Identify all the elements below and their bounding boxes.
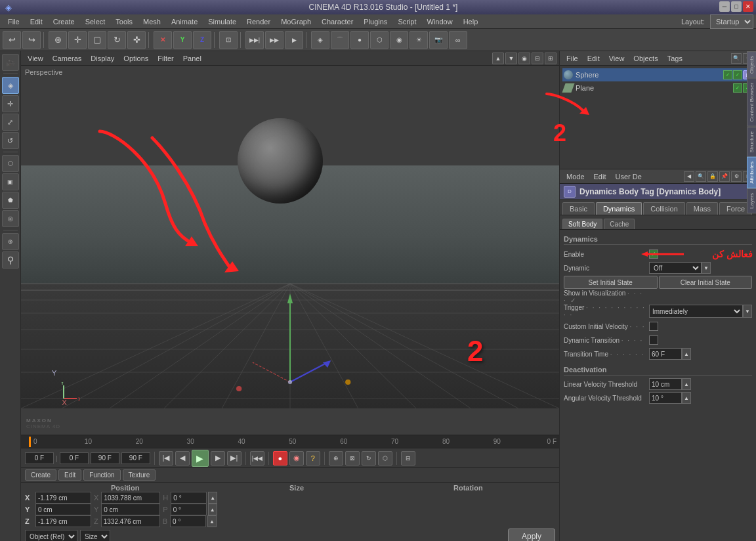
sphere-object-row[interactable]: Sphere ✓ ✓ D	[562, 68, 753, 81]
side-tab-layers[interactable]: Layers	[747, 188, 756, 213]
vp-menu-view[interactable]: View	[24, 53, 47, 64]
tab-mass[interactable]: Mass	[686, 202, 718, 215]
linear-vel-inc[interactable]: ▲	[682, 378, 691, 390]
transition-time-field[interactable]	[649, 348, 682, 360]
attr-pin-icon[interactable]: 📌	[719, 171, 730, 182]
vp-icon-4[interactable]: ⊟	[532, 53, 543, 64]
obj-menu-file[interactable]: File	[562, 53, 582, 64]
attr-menu-user[interactable]: User De	[612, 171, 646, 182]
vp-icon-1[interactable]: ▲	[492, 53, 504, 64]
dynamic-select[interactable]: Off On Once	[649, 262, 702, 274]
z-size-field[interactable]	[101, 515, 160, 527]
plane-object-row[interactable]: Plane ✓ ✓	[562, 81, 753, 95]
x-size-field[interactable]	[101, 492, 160, 504]
obj-menu-objects[interactable]: Objects	[629, 53, 662, 64]
vp-menu-cameras[interactable]: Cameras	[49, 53, 86, 64]
tab-basic[interactable]: Basic	[562, 202, 595, 215]
p-rotation-field[interactable]	[171, 504, 207, 515]
z-position-field[interactable]	[35, 515, 91, 527]
menu-mograph[interactable]: MoGraph	[276, 16, 316, 27]
menu-script[interactable]: Script	[392, 16, 421, 27]
selection-tool[interactable]: ◈	[2, 77, 19, 94]
select-tool-button[interactable]: ⊕	[49, 31, 67, 49]
null-object-button[interactable]: ◈	[311, 31, 329, 49]
object-rel-select[interactable]: Object (Rel)	[25, 530, 77, 541]
move-key-button[interactable]: ⊕	[329, 451, 343, 465]
anim-tab-function[interactable]: Function	[83, 469, 120, 481]
tab-collision[interactable]: Collision	[643, 202, 685, 215]
record-button[interactable]: ▶▶|	[245, 31, 264, 49]
attr-search-icon[interactable]: 🔍	[696, 171, 706, 182]
render-key-button[interactable]: ⬡	[378, 451, 392, 465]
3d-viewport[interactable]: Perspective	[21, 66, 559, 435]
record-help-button[interactable]: ?	[306, 451, 320, 465]
y-size-field[interactable]	[101, 504, 160, 515]
custom-velocity-checkbox[interactable]	[649, 322, 658, 331]
record-button[interactable]: ●	[273, 451, 287, 465]
spline-button[interactable]: ⌒	[331, 31, 349, 49]
x-inc-button[interactable]: ▲	[208, 492, 217, 504]
x-position-field[interactable]	[35, 492, 91, 504]
vp-menu-filter[interactable]: Filter	[154, 53, 177, 64]
side-tab-content-browser[interactable]: Content Browser	[747, 78, 756, 127]
side-tab-attributes[interactable]: Attributes	[747, 157, 756, 188]
camera-button[interactable]: 📷	[429, 31, 448, 49]
edge-mode-tool[interactable]: ⬟	[2, 192, 19, 209]
menu-tools[interactable]: Tools	[110, 16, 138, 27]
y-axis-button[interactable]: Y	[173, 31, 192, 49]
vp-icon-2[interactable]: ▼	[505, 53, 517, 64]
min-frame-field[interactable]	[60, 452, 89, 464]
obj-menu-edit[interactable]: Edit	[583, 53, 604, 64]
sphere-vis-green-2[interactable]: ✓	[733, 70, 742, 79]
menu-select[interactable]: Select	[80, 16, 111, 27]
clear-initial-state-button[interactable]: Clear Initial State	[659, 276, 753, 289]
scale-tool-button[interactable]: ↻	[108, 31, 126, 49]
close-button[interactable]: ✕	[743, 1, 753, 12]
enable-checkbox[interactable]	[649, 249, 658, 259]
scale-key-button[interactable]: ⊠	[345, 451, 360, 465]
vp-icon-3[interactable]: ◉	[518, 53, 530, 64]
magnet-tool[interactable]: ⚲	[2, 251, 19, 269]
menu-plugins[interactable]: Plugins	[358, 16, 392, 27]
rotate-tool-button[interactable]: ▢	[88, 31, 106, 49]
obj-menu-tags[interactable]: Tags	[663, 53, 686, 64]
menu-character[interactable]: Character	[316, 16, 358, 27]
motion-blur-button[interactable]: ⊟	[401, 451, 415, 465]
record-pos-button[interactable]: ◉	[289, 451, 304, 465]
generator-button[interactable]: ⬡	[370, 31, 388, 49]
snap-tool[interactable]: ⊕	[2, 233, 19, 250]
max-frame-field-1[interactable]	[91, 452, 119, 464]
deformer-button[interactable]: ◉	[390, 31, 408, 49]
b-rotation-field[interactable]	[170, 515, 206, 527]
tab-cache[interactable]: Cache	[604, 219, 635, 229]
max-frame-field-2[interactable]	[121, 452, 150, 464]
dynamic-transition-checkbox[interactable]	[649, 335, 658, 345]
polygon-mode-tool[interactable]: ▣	[2, 173, 19, 190]
goto-end-button[interactable]: ▶|	[227, 451, 242, 465]
size-select[interactable]: Size	[80, 530, 110, 541]
scale-tool[interactable]: ⤢	[2, 114, 19, 131]
attr-settings-icon[interactable]: ⚙	[731, 171, 742, 182]
vp-menu-display[interactable]: Display	[87, 53, 118, 64]
menu-render[interactable]: Render	[242, 16, 276, 27]
add-object-button[interactable]: ✜	[127, 31, 146, 49]
side-tab-structure[interactable]: Structure	[747, 127, 756, 157]
vp-icon-fullscreen[interactable]: ⊞	[545, 53, 556, 64]
attr-menu-mode[interactable]: Mode	[562, 171, 589, 182]
attr-menu-edit[interactable]: Edit	[590, 171, 610, 182]
menu-window[interactable]: Window	[422, 16, 458, 27]
attr-back-icon[interactable]: ◀	[684, 171, 694, 182]
step-forward-button[interactable]: ▶	[211, 451, 225, 465]
angular-vel-inc[interactable]: ▲	[682, 392, 691, 404]
dynamic-dropdown-arrow[interactable]: ▼	[702, 262, 711, 274]
3d-sphere-object[interactable]	[238, 118, 323, 204]
step-back-button[interactable]: ◀	[175, 451, 190, 465]
model-mode-tool[interactable]: ⬡	[2, 155, 19, 172]
play-button[interactable]: ▶	[192, 450, 209, 467]
undo-button[interactable]: ↩	[3, 31, 21, 49]
stop-button[interactable]: ▶	[285, 31, 303, 49]
menu-animate[interactable]: Animate	[166, 16, 203, 27]
current-frame-field[interactable]	[25, 452, 54, 464]
y-inc-button[interactable]: ▲	[208, 504, 217, 515]
set-initial-state-button[interactable]: Set Initial State	[564, 276, 658, 289]
